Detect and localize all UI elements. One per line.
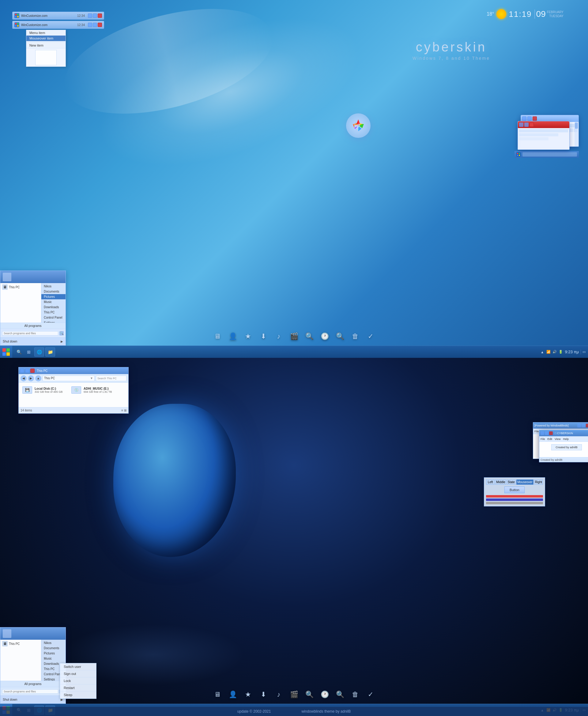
search-input-bottom[interactable] [2, 689, 58, 694]
cs-menu-file[interactable]: File [541, 437, 545, 441]
maximize-btn[interactable] [93, 14, 97, 18]
tray-volume-icon[interactable]: 🔊 [552, 350, 557, 354]
cs-menu-help[interactable]: Help [563, 437, 569, 441]
sm-pinned-item[interactable]: 🖥 This PC [0, 283, 41, 291]
btn-tab-mouseover[interactable]: Mouseover [516, 479, 533, 485]
dock-trash[interactable]: 🗑 [350, 331, 361, 342]
cs-menu-view[interactable]: View [554, 437, 561, 441]
dock-star-b[interactable]: ★ [243, 689, 254, 700]
fe-list-view-btn[interactable]: ≡ [121, 409, 123, 412]
fe-drive-e[interactable]: 💿 ADHI_MUSIC (E:) 694 GB free of 1.81 TB [70, 385, 119, 395]
fe-min-btn[interactable] [20, 369, 24, 373]
dock-clock[interactable]: 🕐 [319, 331, 330, 342]
dock-user-b[interactable]: 👤 [227, 689, 238, 700]
dock-monitor[interactable]: 🖥 [212, 331, 223, 342]
dock-clock-b[interactable]: 🕐 [319, 689, 330, 700]
dock-search1-b[interactable]: 🔍 [304, 689, 315, 700]
close-btn[interactable] [98, 14, 102, 18]
dock-search2-b[interactable]: 🔍 [334, 689, 345, 700]
max-btn[interactable] [527, 117, 532, 121]
pm-sleep[interactable]: Sleep [60, 692, 96, 698]
pm-lock[interactable]: Lock [60, 677, 96, 684]
dock-check-b[interactable]: ✓ [365, 689, 376, 700]
dock-music-b[interactable]: ♪ [273, 689, 284, 700]
fe-search-bar[interactable]: Search This PC [96, 375, 126, 381]
sm-music[interactable]: Music [41, 299, 65, 305]
dock-music[interactable]: ♪ [273, 331, 284, 342]
search-btn-top[interactable]: 🔍 [59, 331, 64, 335]
fe-address-bar[interactable]: This PC ▼ [43, 375, 94, 381]
sm-documents[interactable]: Documents [41, 289, 65, 294]
tray-battery-icon[interactable]: 🔋 [558, 350, 563, 354]
tray-arrow-icon[interactable]: ▲ [540, 350, 545, 354]
ctx-menu-item[interactable]: Menu item [26, 30, 65, 36]
pm-restart[interactable]: Restart [60, 684, 96, 692]
sm-settings[interactable]: Settings [41, 320, 65, 323]
shutdown-label-top[interactable]: Shut down [3, 340, 17, 343]
ctx-new-item[interactable]: New item [26, 43, 65, 48]
minimize-btn-2[interactable] [88, 23, 92, 27]
maximize-btn-2[interactable] [93, 23, 97, 27]
close-btn-f[interactable] [529, 123, 534, 127]
dock-trash-b[interactable]: 🗑 [350, 689, 361, 700]
fe-forward-btn[interactable]: ▶ [28, 375, 34, 382]
dock-star[interactable]: ★ [243, 331, 254, 342]
start-button-top[interactable] [0, 346, 12, 358]
btn-tab-right[interactable]: Right [534, 479, 543, 485]
mini-start[interactable] [516, 152, 521, 157]
dock-download-b[interactable]: ⬇ [258, 689, 269, 700]
shutdown-label-b[interactable]: Shut down [3, 698, 17, 701]
taskbar-pinned-2[interactable]: 📁 [45, 347, 55, 356]
dock-check[interactable]: ✓ [365, 331, 376, 342]
sm-controlpanel[interactable]: Control Panel [41, 315, 65, 320]
max-btn-f[interactable] [524, 123, 529, 127]
taskbar-search-icon[interactable]: 🔍 [15, 348, 23, 356]
show-desktop-icon[interactable]: ▭ [581, 350, 586, 354]
sm-pictures-b[interactable]: Pictures [41, 651, 65, 656]
dock-download[interactable]: ⬇ [258, 331, 269, 342]
all-programs-top[interactable]: All programs [0, 323, 65, 329]
taskbar-multi-icon[interactable]: ⊞ [24, 348, 33, 356]
sm-documents-b[interactable]: Documents [41, 646, 65, 651]
shutdown-arrow-top[interactable]: ▶ [61, 340, 63, 343]
cs-close[interactable] [549, 431, 553, 435]
sm-pinned-item-b[interactable]: 🖥 This PC [0, 640, 41, 648]
all-programs-b[interactable]: All programs [0, 681, 65, 687]
ctx-mouseover-item[interactable]: Mouseover item [26, 36, 65, 41]
fe-max-btn[interactable] [25, 369, 29, 373]
tray-network-icon[interactable]: 📶 [546, 350, 551, 354]
min-btn-f[interactable] [519, 123, 523, 127]
sm-music-b[interactable]: Music [41, 656, 65, 661]
cs-max[interactable] [545, 431, 548, 435]
sm-thispc[interactable]: This PC [41, 310, 65, 315]
sm-nikos-b[interactable]: Nikos [41, 640, 65, 646]
fe-up-btn[interactable]: ▲ [35, 375, 41, 382]
notification-bar-1[interactable]: WinCustomize.com 12:34 [12, 12, 104, 20]
pm-switch-user[interactable]: Switch user [60, 663, 96, 670]
dock-film-b[interactable]: 🎬 [289, 689, 299, 700]
sm-nikos[interactable]: Nikos [41, 284, 65, 289]
fe-back-btn[interactable]: ◀ [21, 375, 27, 382]
dock-search2[interactable]: 🔍 [334, 331, 345, 342]
dock-search1[interactable]: 🔍 [304, 331, 315, 342]
cs-menu-edit[interactable]: Edit [548, 437, 552, 441]
mini-input[interactable] [523, 152, 577, 157]
btn-tab-state[interactable]: State [507, 479, 516, 485]
wb-close[interactable] [586, 424, 588, 427]
btn-tab-middle[interactable]: Middle [495, 479, 506, 485]
min-btn[interactable] [522, 117, 526, 121]
fe-drive-c[interactable]: 💾 Local Disk (C:) 332 GB free of 465 GB [21, 385, 70, 395]
dock-monitor-b[interactable]: 🖥 [212, 689, 223, 700]
wb-min[interactable] [577, 424, 581, 427]
wb-max[interactable] [582, 424, 585, 427]
close-btn[interactable] [532, 117, 537, 121]
dock-film[interactable]: 🎬 [289, 331, 299, 342]
wb-menu-file[interactable]: File [534, 430, 539, 433]
scrollbar[interactable] [574, 122, 578, 146]
fe-grid-view-btn[interactable]: ⊞ [124, 409, 126, 412]
close-btn-2[interactable] [98, 23, 102, 27]
sm-pictures[interactable]: Pictures [41, 294, 65, 299]
pm-sign-out[interactable]: Sign out [60, 670, 96, 677]
search-input-top[interactable] [2, 331, 58, 335]
taskbar-pinned-1[interactable]: 🌐 [34, 347, 44, 356]
